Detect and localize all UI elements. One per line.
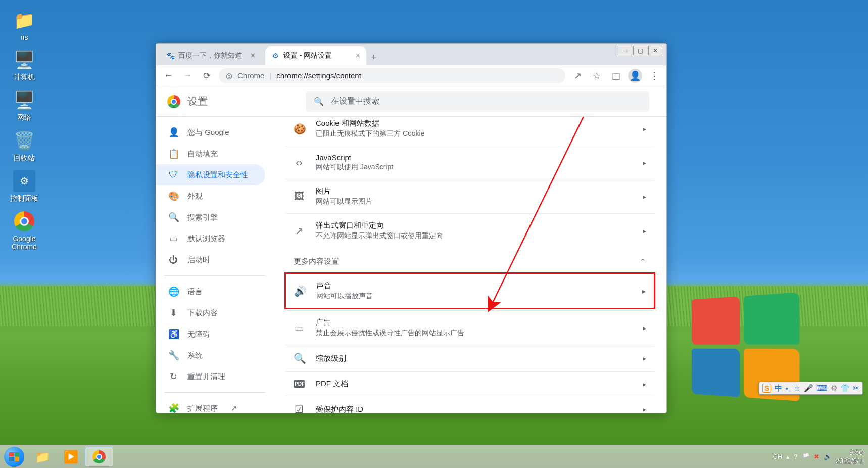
tray-flag-icon[interactable]: 🏳️ (802, 453, 810, 460)
tray-volume-icon[interactable]: 🔊 (824, 453, 832, 460)
shield-icon: 🛡 (168, 170, 178, 180)
sidebar-label: 默认浏览器 (187, 234, 225, 244)
ime-keyboard-button[interactable]: ⌨ (816, 384, 828, 393)
image-icon: 🖼 (294, 191, 305, 202)
sidebar-item-system[interactable]: 🔧系统 (156, 345, 265, 366)
sidebar-item-accessibility[interactable]: ♿无障碍 (156, 323, 265, 345)
chevron-up-icon: ⌃ (640, 257, 646, 266)
content-row-protected-content[interactable]: ☑ 受保护内容 ID ▸ (285, 396, 654, 413)
section-more-content-settings[interactable]: 更多内容设置 ⌃ (285, 248, 654, 271)
content-row-cookies[interactable]: 🍪 Cookie 和网站数据 已阻止无痕模式下的第三方 Cookie ▸ (285, 117, 654, 146)
settings-header: 设置 🔍 在设置中搜索 (156, 86, 666, 117)
tray-help-icon[interactable]: ? (794, 453, 797, 460)
row-title: Cookie 和网站数据 (316, 119, 632, 128)
chrome-logo-icon (167, 95, 180, 108)
bookmark-button[interactable]: ☆ (590, 69, 604, 83)
taskbar-clock[interactable]: 9:56 2022/9/1 (836, 448, 863, 465)
ime-voice-button[interactable]: 🎤 (804, 384, 813, 393)
tab-close-button[interactable]: × (356, 51, 360, 60)
tray-warning-icon[interactable]: ✖ (814, 453, 819, 460)
wrench-icon: 🔧 (168, 350, 178, 361)
chevron-right-icon: ▸ (643, 159, 646, 167)
content-row-popups[interactable]: ↗ 弹出式窗口和重定向 不允许网站显示弹出式窗口或使用重定向 ▸ (285, 213, 654, 248)
back-button[interactable]: ← (161, 69, 175, 83)
content-row-pdf[interactable]: PDF PDF 文档 ▸ (285, 371, 654, 396)
settings-sidebar: 👤您与 Google 📋自动填充 🛡隐私设置和安全性 🎨外观 🔍搜索引擎 ▭默认… (156, 117, 273, 413)
content-row-images[interactable]: 🖼 图片 网站可以显示图片 ▸ (285, 179, 654, 213)
forward-button[interactable]: → (180, 69, 195, 83)
protected-icon: ☑ (294, 403, 305, 413)
tray-expand-button[interactable]: ▴ (786, 453, 790, 460)
sidebar-item-on-startup[interactable]: ⏻启动时 (156, 249, 265, 270)
side-panel-button[interactable]: ◫ (609, 69, 623, 83)
row-title: 受保护内容 ID (316, 405, 632, 413)
sidebar-item-privacy[interactable]: 🛡隐私设置和安全性 (156, 164, 265, 185)
sidebar-item-downloads[interactable]: ⬇下载内容 (156, 302, 265, 323)
clipboard-icon: 📋 (168, 148, 178, 159)
minimize-button[interactable]: ─ (618, 46, 632, 55)
ime-tools-button[interactable]: ✂ (853, 384, 859, 393)
taskbar-explorer[interactable]: 📁 (28, 447, 57, 467)
menu-button[interactable]: ⋮ (647, 69, 661, 83)
browser-tab-baidu[interactable]: 🐾 百度一下，你就知道 × (160, 46, 261, 65)
browser-toolbar: ← → ⟳ ◎ Chrome | chrome://settings/conte… (156, 65, 666, 86)
desktop-icon-network[interactable]: 🖥️ 网络 (6, 89, 42, 122)
sidebar-item-extensions[interactable]: 🧩扩展程序↗ (156, 398, 265, 413)
browser-tab-settings[interactable]: ⚙ 设置 - 网站设置 × (265, 46, 366, 65)
reset-icon: ↻ (168, 371, 178, 382)
section-title: 更多内容设置 (294, 257, 339, 266)
sidebar-item-appearance[interactable]: 🎨外观 (156, 185, 265, 207)
taskbar-media-player[interactable]: ▶️ (57, 447, 85, 467)
settings-search-box[interactable]: 🔍 在设置中搜索 (306, 91, 649, 112)
desktop-icon-computer[interactable]: 🖥️ 计算机 (6, 49, 42, 82)
chrome-icon (13, 210, 35, 232)
taskbar: 📁 ▶️ CH ▴ ? 🏳️ ✖ 🔊 9:56 2022/9/1 (0, 445, 868, 468)
settings-favicon-icon: ⚙ (271, 52, 279, 60)
sidebar-item-you-and-google[interactable]: 👤您与 Google (156, 122, 265, 143)
content-row-zoom[interactable]: 🔍 缩放级别 ▸ (285, 345, 654, 371)
content-row-javascript[interactable]: ‹› JavaScript 网站可以使用 JavaScript ▸ (285, 146, 654, 179)
browser-titlebar: 🐾 百度一下，你就知道 × ⚙ 设置 - 网站设置 × + ─ ▢ ✕ (156, 44, 666, 65)
ime-lang-button[interactable]: 中 (775, 384, 782, 393)
content-row-ads[interactable]: ▭ 广告 禁止会展示侵扰性或误导性广告的网站显示广告 ▸ (285, 310, 654, 345)
tab-title: 百度一下，你就知道 (178, 51, 242, 60)
folder-icon: 📁 (13, 9, 35, 31)
maximize-button[interactable]: ▢ (633, 46, 647, 55)
tab-close-button[interactable]: × (251, 51, 255, 60)
sogou-ime-icon[interactable]: S (762, 384, 771, 393)
close-window-button[interactable]: ✕ (648, 46, 662, 55)
desktop-icon-control-panel[interactable]: ⚙ 控制面板 (6, 170, 42, 203)
ime-indicator[interactable]: CH (773, 453, 782, 460)
desktop-icon-ns[interactable]: 📁 ns (6, 9, 42, 41)
share-button[interactable]: ↗ (570, 69, 585, 83)
ime-settings-button[interactable]: ⚙ (831, 384, 837, 393)
sidebar-item-autofill[interactable]: 📋自动填充 (156, 143, 265, 164)
ime-punct-button[interactable]: •, (785, 384, 790, 393)
power-icon: ⏻ (168, 255, 178, 265)
sidebar-item-languages[interactable]: 🌐语言 (156, 281, 265, 302)
new-tab-button[interactable]: + (366, 50, 381, 65)
content-row-sound[interactable]: 🔊 声音 网站可以播放声音 ▸ (286, 274, 654, 308)
ime-emoji-button[interactable]: ☺ (793, 384, 801, 393)
pdf-icon: PDF (294, 380, 305, 388)
ime-skin-button[interactable]: 👕 (840, 384, 850, 393)
row-desc: 网站可以显示图片 (316, 197, 632, 206)
url-prefix: Chrome (237, 71, 264, 80)
profile-button[interactable]: 👤 (628, 69, 642, 83)
sidebar-item-default-browser[interactable]: ▭默认浏览器 (156, 228, 265, 249)
start-button[interactable] (0, 445, 28, 469)
sidebar-item-reset[interactable]: ↻重置并清理 (156, 366, 265, 387)
ime-toolbar[interactable]: S 中 •, ☺ 🎤 ⌨ ⚙ 👕 ✂ (759, 382, 863, 395)
desktop-icon-chrome[interactable]: Google Chrome (6, 210, 42, 251)
address-bar[interactable]: ◎ Chrome | chrome://settings/content (219, 68, 565, 83)
desktop-icon-label: Google Chrome (6, 235, 42, 251)
settings-body: 👤您与 Google 📋自动填充 🛡隐私设置和安全性 🎨外观 🔍搜索引擎 ▭默认… (156, 117, 666, 413)
chevron-right-icon: ▸ (642, 287, 646, 295)
sidebar-item-search-engine[interactable]: 🔍搜索引擎 (156, 207, 265, 228)
settings-content[interactable]: 🍪 Cookie 和网站数据 已阻止无痕模式下的第三方 Cookie ▸ ‹› … (273, 117, 666, 413)
globe-icon: 🌐 (168, 286, 178, 297)
desktop-icon-recycle-bin[interactable]: 🗑️ 回收站 (6, 129, 42, 163)
sidebar-label: 系统 (187, 351, 203, 360)
taskbar-chrome[interactable] (85, 447, 113, 467)
reload-button[interactable]: ⟳ (200, 69, 214, 83)
